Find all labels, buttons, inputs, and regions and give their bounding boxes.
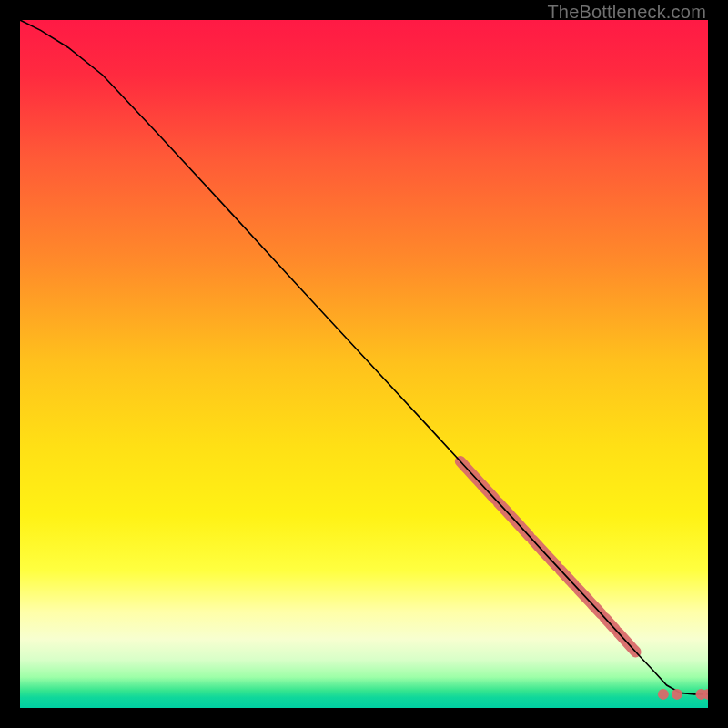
gradient-background [20,20,708,708]
bottleneck-chart [20,20,708,708]
svg-point-1 [672,689,682,700]
watermark-text: TheBottleneck.com [547,2,706,23]
svg-point-0 [658,689,669,700]
chart-frame [20,20,708,708]
